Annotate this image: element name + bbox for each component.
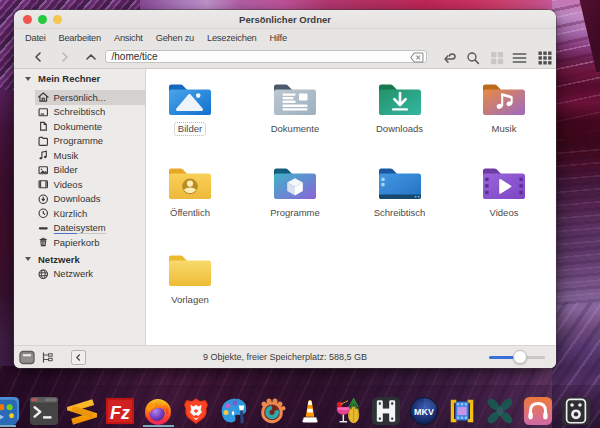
svg-text:MKV: MKV <box>414 407 434 417</box>
svg-text:Fz: Fz <box>110 403 130 423</box>
